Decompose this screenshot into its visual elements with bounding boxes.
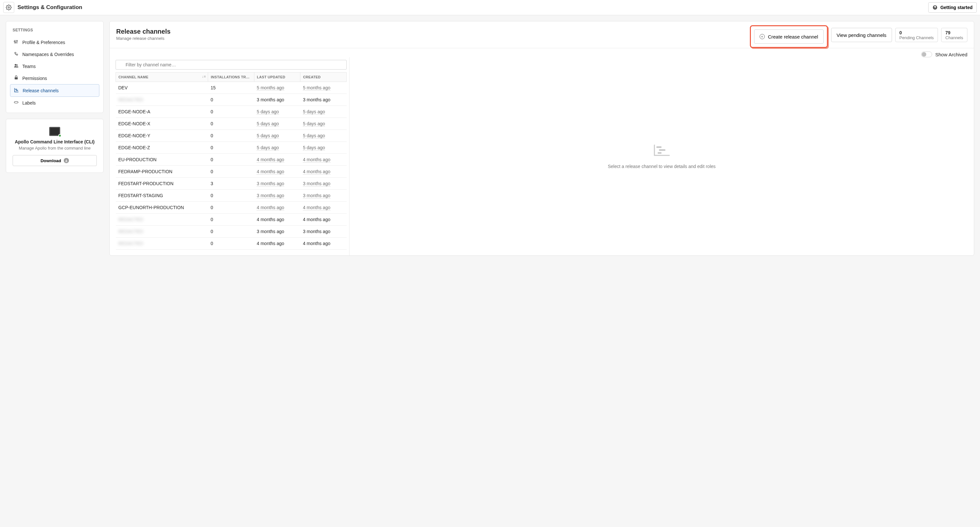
sidebar-settings-panel: SETTINGS Profile & PreferencesNamespaces… <box>6 21 103 113</box>
cell-updated: 5 days ago <box>254 142 300 154</box>
cell-updated: 5 days ago <box>254 106 300 118</box>
cell-installs: 0 <box>208 106 255 118</box>
svg-point-5 <box>16 40 18 41</box>
channel-filter-input[interactable] <box>116 60 347 70</box>
table-row[interactable]: REDACTED03 months ago3 months ago <box>116 226 347 237</box>
table-row[interactable]: EDGE-NODE-A05 days ago5 days ago <box>116 106 347 118</box>
nav-icon <box>13 39 19 45</box>
create-release-channel-button[interactable]: + Create release channel <box>754 29 824 44</box>
svg-rect-12 <box>16 90 18 91</box>
terminal-icon <box>49 127 60 136</box>
sidebar-item-permissions[interactable]: Permissions <box>10 72 99 84</box>
getting-started-label: Getting started <box>940 5 972 10</box>
cell-created: 5 months ago <box>300 82 347 94</box>
cell-channel-name: REDACTED <box>116 94 208 106</box>
cell-channel-name: FEDRAMP-PRODUCTION <box>116 166 208 178</box>
cell-channel-name: EDGE-NODE-A <box>116 106 208 118</box>
cell-installs: 0 <box>208 226 255 237</box>
table-row[interactable]: EDGE-NODE-Y05 days ago5 days ago <box>116 130 347 142</box>
cell-channel-name: REDACTED <box>116 226 208 237</box>
cli-subtitle: Manage Apollo from the command line <box>13 146 97 151</box>
getting-started-button[interactable]: Getting started <box>928 2 977 13</box>
table-row[interactable]: EU-PRODUCTION04 months ago4 months ago <box>116 154 347 166</box>
table-row[interactable]: REDACTED04 months ago4 months ago <box>116 237 347 250</box>
table-row[interactable]: GCP-EUNORTH-PRODUCTION04 months ago4 mon… <box>116 202 347 213</box>
cell-installs: 0 <box>208 166 255 178</box>
cell-installs: 0 <box>208 118 255 130</box>
pending-channels-stat: 0 Pending Channels <box>895 28 938 42</box>
cell-created: 4 months ago <box>300 154 347 166</box>
cell-channel-name: EDGE-NODE-X <box>116 118 208 130</box>
cli-promo-panel: Apollo Command Line Interface (CLI) Mana… <box>6 119 103 173</box>
cell-channel-name: EDGE-NODE-Y <box>116 130 208 142</box>
cell-created: 3 months ago <box>300 226 347 237</box>
sidebar-item-label: Permissions <box>22 76 47 81</box>
cell-created: 5 days ago <box>300 142 347 154</box>
table-row[interactable]: FEDRAMP-PRODUCTION04 months ago4 months … <box>116 166 347 178</box>
col-created[interactable]: CREATED <box>300 73 347 82</box>
cell-installs: 0 <box>208 202 255 213</box>
cell-channel-name: DEV <box>116 82 208 94</box>
table-row[interactable]: FEDSTART-STAGING03 months ago3 months ag… <box>116 190 347 202</box>
cell-updated: 3 months ago <box>254 226 300 237</box>
sidebar-item-teams[interactable]: Teams <box>10 60 99 72</box>
cell-installs: 0 <box>208 142 255 154</box>
table-row[interactable]: EDGE-NODE-X05 days ago5 days ago <box>116 118 347 130</box>
col-channel-name[interactable]: CHANNEL NAME ↓≡ <box>116 73 208 82</box>
table-row[interactable]: FEDSTART-PRODUCTION33 months ago3 months… <box>116 178 347 190</box>
settings-gear-button[interactable] <box>3 2 14 13</box>
cell-installs: 0 <box>208 130 255 142</box>
help-circle-icon <box>932 5 938 10</box>
table-row[interactable]: REDACTED03 months ago3 months ago <box>116 94 347 106</box>
create-release-channel-label: Create release channel <box>768 34 818 40</box>
col-installations[interactable]: INSTALLATIONS TRAC… <box>208 73 255 82</box>
main-panel: Release channels Manage release channels… <box>110 21 974 256</box>
show-archived-toggle[interactable] <box>921 51 932 57</box>
nav-icon <box>13 75 19 81</box>
cell-updated: 4 months ago <box>254 154 300 166</box>
cell-installs: 15 <box>208 82 255 94</box>
cell-created: 4 months ago <box>300 213 347 226</box>
svg-point-9 <box>16 64 18 66</box>
svg-point-2 <box>935 8 935 9</box>
page-title: Settings & Configuration <box>18 4 82 11</box>
cell-created: 3 months ago <box>300 178 347 190</box>
nav-icon <box>14 88 19 94</box>
sidebar-item-release-channels[interactable]: Release channels <box>10 84 99 97</box>
cell-created: 5 days ago <box>300 118 347 130</box>
sidebar-item-labels[interactable]: Labels <box>10 97 99 109</box>
svg-rect-11 <box>15 89 17 90</box>
cell-updated: 3 months ago <box>254 94 300 106</box>
table-row[interactable]: EDGE-NODE-Z05 days ago5 days ago <box>116 142 347 154</box>
sidebar-item-profile-preferences[interactable]: Profile & Preferences <box>10 36 99 48</box>
sidebar-item-namespaces-overrides[interactable]: Namespaces & Overrides <box>10 48 99 60</box>
svg-point-13 <box>14 101 18 103</box>
show-archived-label: Show Archived <box>935 52 967 57</box>
cli-download-button[interactable]: Download <box>13 155 97 166</box>
cell-created: 4 months ago <box>300 202 347 213</box>
cell-created: 4 months ago <box>300 237 347 250</box>
svg-point-4 <box>15 42 16 43</box>
cell-channel-name: FEDSTART-PRODUCTION <box>116 178 208 190</box>
cell-created: 3 months ago <box>300 94 347 106</box>
cli-download-label: Download <box>40 158 61 163</box>
table-row[interactable]: REDACTED04 months ago4 months ago <box>116 213 347 226</box>
view-pending-channels-button[interactable]: View pending channels <box>831 28 892 42</box>
channels-table: CHANNEL NAME ↓≡ INSTALLATIONS TRAC… LAST… <box>116 72 347 250</box>
cell-installs: 0 <box>208 94 255 106</box>
sidebar-item-label: Namespaces & Overrides <box>22 52 74 57</box>
nav-icon <box>13 100 19 106</box>
svg-rect-10 <box>14 77 18 80</box>
col-last-updated[interactable]: LAST UPDATED <box>254 73 300 82</box>
cell-created: 5 days ago <box>300 106 347 118</box>
cell-updated: 4 months ago <box>254 237 300 250</box>
channels-count: 79 <box>945 30 963 35</box>
svg-rect-16 <box>659 149 665 151</box>
cell-created: 5 days ago <box>300 130 347 142</box>
cell-installs: 0 <box>208 154 255 166</box>
cli-title: Apollo Command Line Interface (CLI) <box>13 139 97 144</box>
svg-point-7 <box>16 54 18 55</box>
sidebar-item-label: Labels <box>22 100 36 105</box>
cell-channel-name: FEDSTART-STAGING <box>116 190 208 202</box>
table-row[interactable]: DEV155 months ago5 months ago <box>116 82 347 94</box>
